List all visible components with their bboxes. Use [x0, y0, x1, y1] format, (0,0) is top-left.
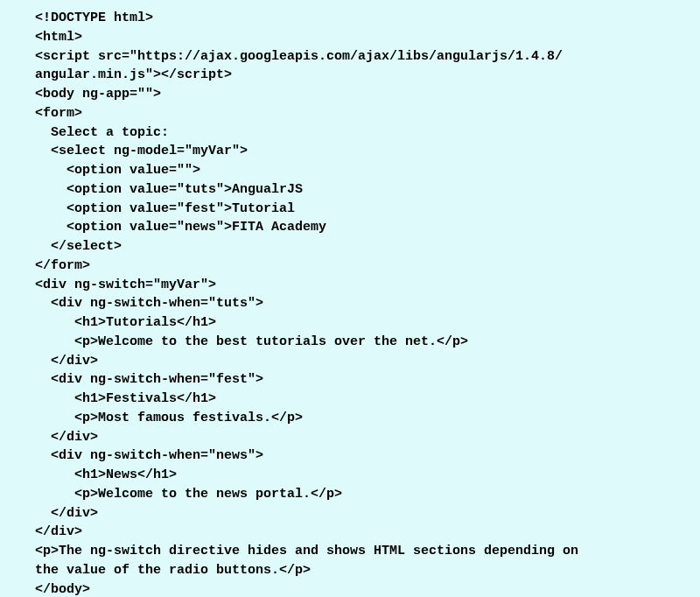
code-block: <!DOCTYPE html> <html> <script src="http… [0, 0, 700, 597]
code-text: <!DOCTYPE html> <html> <script src="http… [35, 11, 578, 597]
